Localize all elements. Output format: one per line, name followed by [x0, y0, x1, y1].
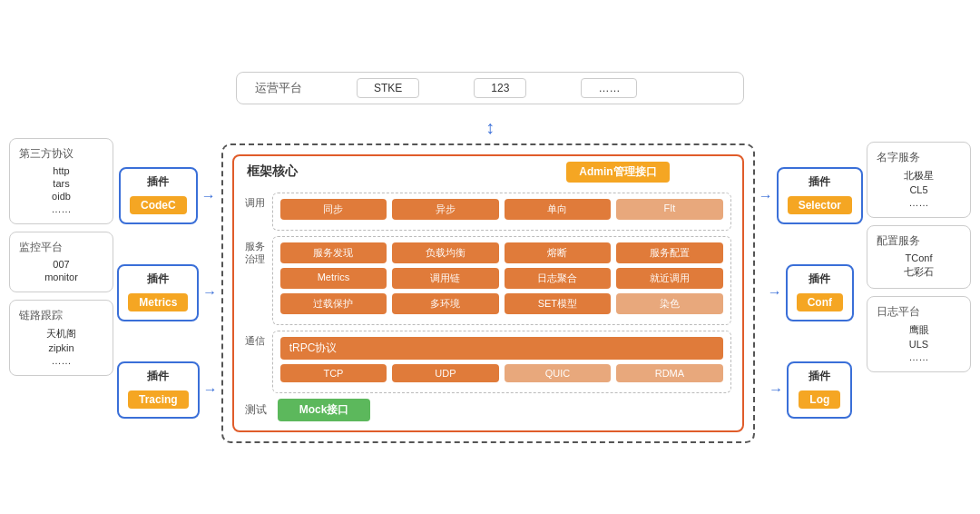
panel-item-more4: …… — [877, 351, 961, 362]
panel-config: 配置服务 TConf 七彩石 — [867, 225, 971, 289]
svc-lb: 负载均衡 — [392, 242, 498, 263]
comm-rdma: RDMA — [616, 364, 722, 382]
service-row2: Metrics 调用链 日志聚合 就近调用 — [280, 268, 723, 289]
svc-discovery: 服务发现 — [280, 242, 387, 263]
ops-bar: 运营平台 STKE 123 …… — [236, 72, 744, 104]
selector-arrow-left: → — [759, 189, 773, 203]
plugin-tracing-block: 插件 Tracing — [117, 361, 200, 419]
panel-item-tianji: 天机阁 — [19, 327, 103, 341]
plugin-codec-label: 插件 — [147, 174, 169, 190]
plugin-tracing-badge: Tracing — [128, 390, 189, 409]
panel-item-uls: ULS — [877, 339, 961, 350]
service-label: 服务治理 — [245, 240, 267, 266]
panel-naming: 名字服务 北极星 CL5 …… — [867, 142, 971, 218]
comm-section: 通信 tRPC协议 TCP UDP QUIC RDMA — [245, 331, 731, 393]
admin-badge: Admin管理接口 — [566, 162, 669, 183]
svc-set: SET模型 — [505, 293, 611, 314]
plugin-log-block: 插件 Log — [787, 361, 852, 419]
comm-label: 通信 — [245, 334, 267, 347]
svc-dye: 染色 — [616, 293, 722, 314]
left-plugins-col: 插件 CodeC → 插件 Metrics → 插件 — [117, 143, 218, 443]
panel-item-cl5: CL5 — [877, 184, 961, 195]
ops-arrow: ↕ — [485, 117, 495, 138]
plugin-metrics-badge: Metrics — [128, 293, 188, 311]
plugin-metrics-row: 插件 Metrics → — [117, 264, 217, 321]
plugin-conf-block: 插件 Conf — [786, 264, 854, 321]
call-sync: 同步 — [280, 199, 387, 220]
plugin-codec-badge: CodeC — [130, 196, 187, 214]
panel-third-party-title: 第三方协议 — [19, 146, 103, 162]
comm-protocols: TCP UDP QUIC RDMA — [280, 364, 723, 382]
call-oneway: 单向 — [505, 199, 611, 220]
panel-item-colorstone: 七彩石 — [877, 265, 961, 279]
call-content: 同步 异步 单向 FIt — [272, 193, 731, 231]
panel-monitor-title: 监控平台 — [19, 240, 103, 255]
plugin-conf-row: → 插件 Conf — [768, 264, 854, 321]
ops-bar-label: 运营平台 — [255, 80, 302, 96]
ops-bar-more: …… — [581, 78, 637, 98]
panel-item-eagle: 鹰眼 — [877, 323, 961, 337]
plugin-selector-badge: Selector — [788, 196, 852, 214]
conf-arrow-left: → — [768, 285, 782, 300]
comm-tcp: TCP — [280, 364, 387, 382]
panel-item-zipkin: zipkin — [19, 342, 103, 353]
plugin-selector-block: 插件 Selector — [777, 167, 863, 224]
left-side-panels: 第三方协议 http tars oidb …… 监控平台 007 monitor… — [9, 138, 113, 376]
log-arrow-left: → — [769, 382, 783, 397]
call-async: 异步 — [392, 199, 498, 220]
panel-item-more: …… — [19, 203, 103, 214]
plugin-tracing-label: 插件 — [147, 369, 169, 384]
plugin-log-badge: Log — [799, 390, 840, 409]
panel-log-title: 日志平台 — [877, 304, 961, 320]
plugin-codec-block: 插件 CodeC — [119, 167, 198, 224]
call-section: 调用 同步 异步 单向 FIt — [245, 193, 731, 231]
call-label: 调用 — [245, 196, 267, 209]
plugin-tracing-row: 插件 Tracing → — [117, 361, 218, 419]
plugin-log-label: 插件 — [808, 369, 830, 384]
svc-multi-env: 多环境 — [392, 293, 498, 314]
dashed-outer-box: 框架核心 Admin管理接口 调用 同步 异步 单向 — [221, 143, 755, 443]
codec-arrow-right: → — [201, 189, 216, 203]
plugin-metrics-block: 插件 Metrics — [117, 264, 199, 321]
panel-item-oidb: oidb — [19, 191, 103, 202]
mock-badge: Mock接口 — [278, 399, 371, 421]
panel-item-monitor: monitor — [19, 272, 103, 282]
panel-item-more3: …… — [877, 197, 961, 208]
panel-item-more2: …… — [19, 355, 103, 366]
svc-trace: 调用链 — [392, 268, 498, 289]
service-content: 服务发现 负载均衡 熔断 服务配置 Metrics 调用链 日志聚合 就近调用 — [272, 236, 731, 325]
panel-tracing: 链路跟踪 天机阁 zipkin …… — [9, 300, 113, 376]
ops-bar-stke: STKE — [357, 78, 419, 98]
panel-third-party: 第三方协议 http tars oidb …… — [9, 138, 113, 224]
right-side-panels: 名字服务 北极星 CL5 …… 配置服务 TConf 七彩石 日志平台 鹰眼 U… — [867, 142, 971, 372]
test-label: 测试 — [245, 402, 267, 418]
svc-metrics: Metrics — [280, 268, 387, 289]
center-col: 运营平台 STKE 123 …… ↕ 插件 CodeC → — [117, 72, 863, 443]
ops-bar-123: 123 — [474, 78, 526, 98]
service-section: 服务治理 服务发现 负载均衡 熔断 服务配置 Metrics 调用 — [245, 236, 731, 325]
panel-item-polaris: 北极星 — [877, 169, 961, 183]
plugin-metrics-label: 插件 — [147, 272, 169, 287]
test-section: 测试 Mock接口 — [245, 399, 731, 421]
panel-naming-title: 名字服务 — [877, 150, 961, 165]
svc-log: 日志聚合 — [505, 268, 611, 289]
plugin-selector-label: 插件 — [808, 174, 830, 190]
main-layout: 第三方协议 http tars oidb …… 监控平台 007 monitor… — [0, 0, 980, 514]
comm-udp: UDP — [392, 364, 498, 382]
call-fit: FIt — [616, 199, 722, 220]
plugin-codec-row: 插件 CodeC → — [119, 167, 216, 224]
panel-tracing-title: 链路跟踪 — [19, 308, 103, 323]
trpc-bar: tRPC协议 — [280, 337, 723, 360]
comm-quic: QUIC — [505, 364, 611, 382]
panel-item-007: 007 — [19, 259, 103, 270]
svc-overload: 过载保护 — [280, 293, 387, 314]
tracing-arrow-right: → — [203, 382, 218, 397]
panel-item-tconf: TConf — [877, 252, 961, 263]
core-box: 框架核心 Admin管理接口 调用 同步 异步 单向 — [232, 154, 744, 432]
core-title: 框架核心 — [247, 163, 298, 180]
right-plugins-col: → 插件 Selector → 插件 Conf → — [759, 143, 863, 443]
plugin-selector-row: → 插件 Selector — [759, 167, 863, 224]
plugin-conf-badge: Conf — [797, 293, 843, 311]
panel-item-tars: tars — [19, 178, 103, 189]
svc-nearby: 就近调用 — [616, 268, 722, 289]
